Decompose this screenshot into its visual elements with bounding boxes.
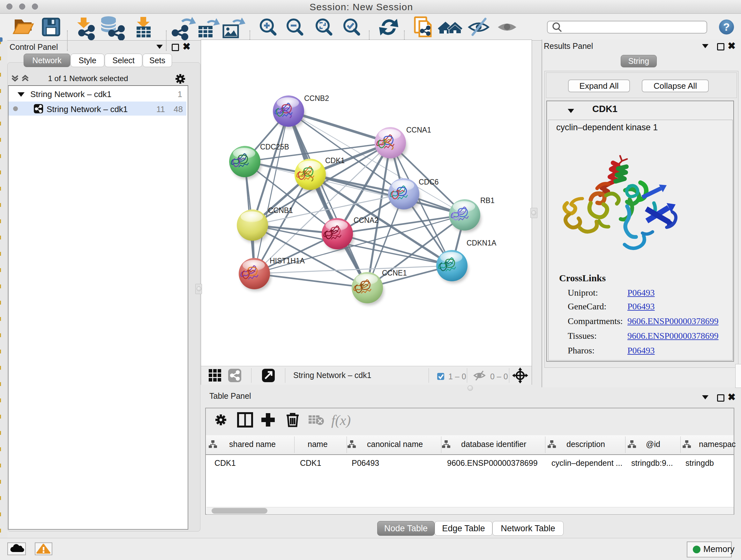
svg-text:CDC25B: CDC25B	[260, 143, 289, 151]
svg-text:HIST1H1A: HIST1H1A	[270, 257, 305, 265]
svg-text:RB1: RB1	[480, 196, 495, 205]
svg-text:CDK1: CDK1	[325, 157, 345, 165]
svg-text:CCNE1: CCNE1	[382, 269, 407, 277]
svg-text:CDC6: CDC6	[419, 178, 439, 186]
svg-text:f(x): f(x)	[331, 413, 351, 428]
svg-text:CCNA1: CCNA1	[406, 126, 431, 134]
svg-text:CCNA2: CCNA2	[354, 216, 379, 225]
svg-text:CCNB1: CCNB1	[268, 206, 293, 214]
svg-text:CDKN1A: CDKN1A	[467, 239, 496, 247]
svg-text:CCNB2: CCNB2	[304, 94, 329, 103]
